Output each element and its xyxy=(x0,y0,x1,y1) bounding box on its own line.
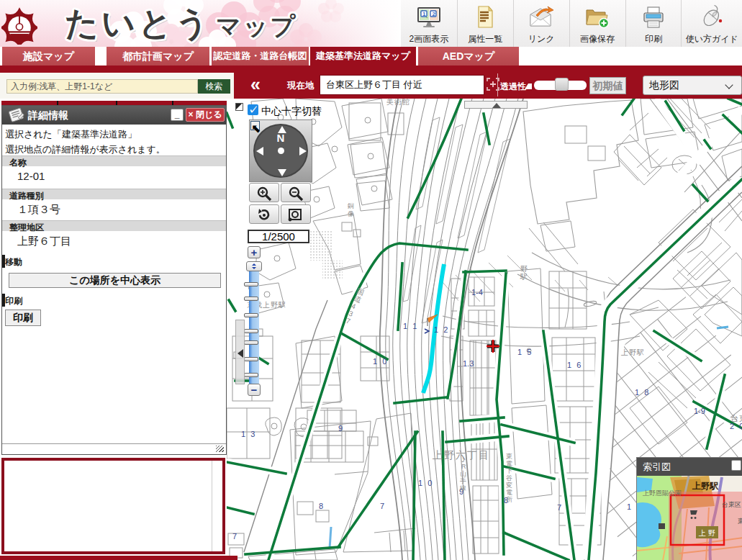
svg-text:1 6: 1 6 xyxy=(567,361,582,369)
svg-text:1-4: 1-4 xyxy=(471,288,483,297)
svg-text:上野駅: 上野駅 xyxy=(620,348,645,356)
svg-text:7: 7 xyxy=(557,503,563,512)
svg-text:1-9: 1-9 xyxy=(694,407,705,415)
svg-text:像: 像 xyxy=(347,210,355,217)
svg-text:1 0: 1 0 xyxy=(418,479,433,487)
svg-text:8: 8 xyxy=(319,502,325,510)
svg-text:台東区: 台東区 xyxy=(722,501,741,508)
svg-text:2 0: 2 0 xyxy=(730,422,742,430)
svg-text:東電下谷変電所: 東電下谷変電所 xyxy=(506,453,512,503)
svg-text:9: 9 xyxy=(338,424,344,433)
svg-text:上野駅: 上野駅 xyxy=(692,481,719,491)
svg-text:1: 1 xyxy=(422,11,426,17)
svg-text:上野恩賜公園: 上野恩賜公園 xyxy=(643,489,682,497)
svg-text:上 野: 上 野 xyxy=(698,529,715,537)
svg-text:1 0: 1 0 xyxy=(373,357,388,366)
svg-text:2: 2 xyxy=(432,11,435,17)
svg-text:マップ: マップ xyxy=(216,12,297,40)
svg-text:東: 東 xyxy=(738,518,742,525)
svg-text:たいとう: たいとう xyxy=(65,4,212,42)
svg-text:1.3: 1.3 xyxy=(463,359,474,368)
svg-text:美術館: 美術館 xyxy=(386,99,410,106)
svg-text:銅: 銅 xyxy=(347,202,355,209)
svg-text:1 3: 1 3 xyxy=(241,430,256,438)
svg-text:野駅: 野駅 xyxy=(520,265,528,281)
svg-text:1 8: 1 8 xyxy=(635,388,650,397)
svg-text:台東: 台東 xyxy=(730,414,742,423)
svg-text:7: 7 xyxy=(380,502,386,510)
svg-text:7: 7 xyxy=(232,532,238,541)
svg-text:1 1: 1 1 xyxy=(403,322,418,330)
svg-text:1 2: 1 2 xyxy=(434,325,449,334)
svg-text:1 5: 1 5 xyxy=(517,348,533,356)
